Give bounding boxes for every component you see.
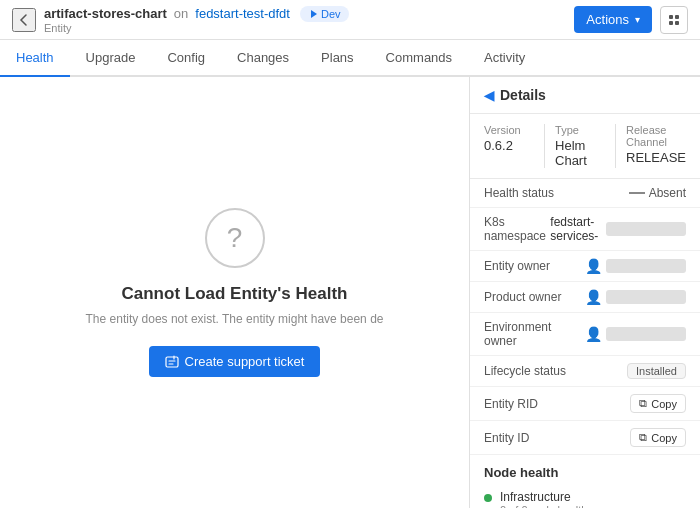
cluster-link[interactable]: fedstart-test-dfdt [195, 6, 290, 21]
absent-dash-icon [629, 192, 645, 194]
release-value: RELEASE [626, 150, 686, 165]
tab-config[interactable]: Config [151, 40, 221, 77]
installed-badge: Installed [627, 363, 686, 379]
svg-rect-4 [675, 21, 679, 25]
svg-rect-2 [675, 15, 679, 19]
top-bar-right: Actions ▾ [574, 6, 688, 34]
health-dot-infrastructure [484, 494, 492, 502]
back-button[interactable] [12, 8, 36, 32]
type-value: Helm Chart [555, 138, 605, 168]
main-layout: ? Cannot Load Entity's Health The entity… [0, 77, 700, 508]
tab-health[interactable]: Health [0, 40, 70, 77]
health-status-row: Health status Absent [470, 179, 700, 208]
k8s-namespace-row: K8s namespace fedstart-services- [470, 208, 700, 251]
svg-marker-0 [311, 10, 317, 18]
on-text: on [174, 6, 188, 21]
entity-rid-label: Entity RID [484, 397, 538, 411]
owner-person-icon-2: 👤 [585, 289, 602, 305]
type-col: Type Helm Chart [555, 124, 605, 168]
right-panel: ◀ Details Version 0.6.2 Type Helm Chart … [470, 77, 700, 508]
details-back-icon: ◀ [484, 88, 494, 103]
lifecycle-status-value: Installed [627, 363, 686, 379]
actions-button[interactable]: Actions ▾ [574, 6, 652, 33]
lifecycle-status-row: Lifecycle status Installed [470, 356, 700, 387]
infrastructure-label: Infrastructure [500, 490, 593, 504]
top-bar: artifact-stores-chart on fedstart-test-d… [0, 0, 700, 40]
entity-owner-row: Entity owner 👤 [470, 251, 700, 282]
health-status-label: Health status [484, 186, 554, 200]
owner-person-icon-3: 👤 [585, 326, 602, 342]
top-bar-left: artifact-stores-chart on fedstart-test-d… [12, 6, 349, 34]
type-label: Type [555, 124, 605, 136]
product-owner-row: Product owner 👤 [470, 282, 700, 313]
owner-person-icon: 👤 [585, 258, 602, 274]
lifecycle-status-label: Lifecycle status [484, 364, 566, 378]
entity-owner-label: Entity owner [484, 259, 550, 273]
product-owner-value: 👤 [585, 289, 686, 305]
entity-id-label: Entity ID [484, 431, 529, 445]
details-header: ◀ Details [470, 77, 700, 114]
nav-tabs: Health Upgrade Config Changes Plans Comm… [0, 40, 700, 77]
node-health-infrastructure: Infrastructure 0 of 0 pods healthy [470, 486, 700, 508]
question-icon: ? [205, 208, 265, 268]
chevron-down-icon: ▾ [635, 14, 640, 25]
menu-icon-button[interactable] [660, 6, 688, 34]
tab-upgrade[interactable]: Upgrade [70, 40, 152, 77]
version-row: Version 0.6.2 Type Helm Chart Release Ch… [470, 114, 700, 179]
infrastructure-sub: 0 of 0 pods healthy [500, 504, 593, 508]
version-col: Version 0.6.2 [484, 124, 534, 168]
app-name: artifact-stores-chart [44, 6, 167, 21]
svg-rect-3 [669, 21, 673, 25]
dev-badge: Dev [300, 6, 349, 22]
health-status-value: Absent [629, 186, 686, 200]
copy-icon-2: ⧉ [639, 431, 647, 444]
entity-id-row: Entity ID ⧉ Copy [470, 421, 700, 455]
left-panel: ? Cannot Load Entity's Health The entity… [0, 77, 470, 508]
environment-owner-value: 👤 [585, 326, 686, 342]
create-support-ticket-button[interactable]: Create support ticket [149, 346, 321, 377]
node-health-header: Node health [470, 455, 700, 486]
tab-changes[interactable]: Changes [221, 40, 305, 77]
tab-commands[interactable]: Commands [370, 40, 468, 77]
release-divider [615, 124, 616, 168]
entity-subtitle: Entity [44, 22, 349, 34]
release-col: Release Channel RELEASE [626, 124, 686, 168]
version-divider [544, 124, 545, 168]
entity-rid-row: Entity RID ⧉ Copy [470, 387, 700, 421]
version-value: 0.6.2 [484, 138, 534, 153]
release-label: Release Channel [626, 124, 686, 148]
product-owner-label: Product owner [484, 290, 561, 304]
k8s-namespace-value: fedstart-services- [550, 215, 686, 243]
breadcrumb: artifact-stores-chart on fedstart-test-d… [44, 6, 349, 34]
k8s-namespace-label: K8s namespace [484, 215, 550, 243]
svg-rect-1 [669, 15, 673, 19]
entity-owner-value: 👤 [585, 258, 686, 274]
entity-rid-copy-button[interactable]: ⧉ Copy [630, 394, 686, 413]
version-label: Version [484, 124, 534, 136]
copy-icon: ⧉ [639, 397, 647, 410]
environment-owner-label: Environment owner [484, 320, 585, 348]
tab-activity[interactable]: Activity [468, 40, 541, 77]
svg-rect-5 [166, 357, 178, 367]
cannot-load-title: Cannot Load Entity's Health [122, 284, 348, 304]
cannot-load-desc: The entity does not exist. The entity mi… [86, 312, 384, 326]
environment-owner-row: Environment owner 👤 [470, 313, 700, 356]
tab-plans[interactable]: Plans [305, 40, 370, 77]
entity-id-copy-button[interactable]: ⧉ Copy [630, 428, 686, 447]
